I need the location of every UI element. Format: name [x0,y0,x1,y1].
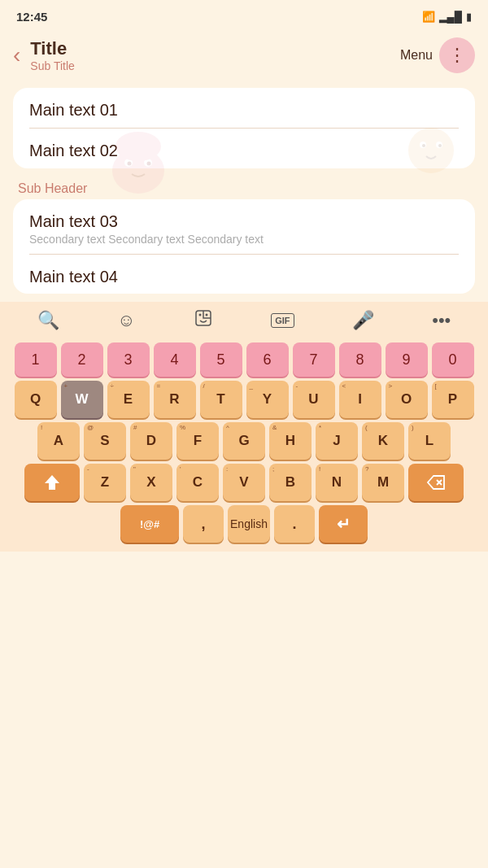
key-0[interactable]: 0 [432,342,474,377]
shift-icon [43,473,61,491]
wifi-icon: 📶 [422,11,435,23]
list-card-1: Main text 01 Main text 02 [13,88,475,168]
content-area: Main text 01 Main text 02 Sub Header Mai… [0,81,488,294]
list-item-2[interactable]: Main text 02 [29,129,459,168]
key-7[interactable]: 7 [293,342,335,377]
key-6[interactable]: 6 [246,342,289,377]
key-v[interactable]: :V [223,464,265,501]
key-5[interactable]: 5 [200,342,242,377]
key-w[interactable]: +W [61,381,103,418]
key-1[interactable]: 1 [15,342,57,377]
search-toolbar-icon[interactable]: 🔍 [37,310,59,331]
key-y[interactable]: _Y [246,381,289,418]
app-title: Title [30,38,400,59]
shift-key[interactable] [24,464,80,501]
dots-icon: ⋮ [448,46,467,64]
key-f[interactable]: %F [176,422,219,460]
key-k[interactable]: (K [362,422,404,460]
key-z[interactable]: -Z [84,464,126,501]
status-bar: 12:45 📶 ▂▄█ ▮ [0,0,488,29]
battery-icon: ▮ [466,11,472,23]
list-card-2: Main text 03 Secondary text Secondary te… [13,199,475,294]
period-key[interactable]: . [274,505,315,543]
status-time: 12:45 [16,10,47,24]
main-text-1: Main text 01 [29,101,459,120]
key-3[interactable]: 3 [107,342,150,377]
key-2[interactable]: 2 [61,342,103,377]
gif-toolbar-icon[interactable]: GIF [271,313,294,328]
secondary-text-3: Secondary text Secondary text Secondary … [29,233,459,246]
key-b[interactable]: ;B [269,464,312,501]
key-4[interactable]: 4 [154,342,196,377]
sub-header: Sub Header [13,177,475,199]
mic-toolbar-icon[interactable]: 🎤 [352,310,374,331]
key-i[interactable]: <I [339,381,381,418]
enter-key[interactable]: ↵ [319,505,368,543]
svg-point-13 [205,314,207,316]
bottom-row: !@# , English . ↵ [5,505,483,543]
key-n[interactable]: !N [316,464,358,501]
comma-key[interactable]: , [183,505,224,543]
more-options-button[interactable]: ⋮ [439,37,475,73]
key-9[interactable]: 9 [386,342,428,377]
key-m[interactable]: ?M [362,464,404,501]
number-row: 1 2 3 4 5 6 7 8 9 0 [5,342,483,377]
key-u[interactable]: -U [293,381,335,418]
sticker-icon-svg [194,308,213,328]
key-x[interactable]: "X [130,464,172,501]
signal-icon: ▂▄█ [439,11,462,23]
backspace-icon [426,474,446,491]
status-icons: 📶 ▂▄█ ▮ [422,11,472,23]
title-group: Title Sub Title [30,38,400,72]
main-text-3: Main text 03 [29,212,459,231]
key-e[interactable]: ÷E [107,381,150,418]
key-l[interactable]: )L [408,422,451,460]
back-button[interactable]: ‹ [13,42,20,68]
symbols-key[interactable]: !@# [120,505,179,543]
list-item-3[interactable]: Main text 03 Secondary text Secondary te… [29,199,459,255]
main-text-4: Main text 04 [29,268,459,286]
zxcv-row: -Z "X 'C :V ;B !N ?M [5,464,483,501]
key-h[interactable]: &H [269,422,312,460]
key-s[interactable]: @S [84,422,126,460]
content-wrapper: Main text 01 Main text 02 Sub Header Mai… [0,81,488,302]
key-8[interactable]: 8 [339,342,381,377]
asdf-row: !A @S #D %F ^G &H *J (K )L [5,422,483,460]
space-key[interactable]: English [228,505,270,543]
key-o[interactable]: >O [386,381,428,418]
emoji-toolbar-icon[interactable]: ☺ [117,310,135,331]
key-d[interactable]: #D [130,422,172,460]
qwerty-row: Q +W ÷E =R /T _Y -U <I >O [P [5,381,483,418]
main-text-2: Main text 02 [29,142,459,160]
list-item-4[interactable]: Main text 04 [29,255,459,294]
menu-label[interactable]: Menu [400,48,433,63]
keyboard-toolbar: 🔍 ☺ GIF 🎤 ••• [0,302,488,339]
app-bar: ‹ Title Sub Title Menu ⋮ [0,29,488,81]
key-t[interactable]: /T [200,381,242,418]
key-a[interactable]: !A [37,422,80,460]
app-subtitle: Sub Title [30,59,400,72]
svg-marker-14 [45,475,59,490]
keyboard: 1 2 3 4 5 6 7 8 9 0 Q +W ÷E =R /T _Y -U … [0,339,488,552]
key-j[interactable]: *J [316,422,358,460]
svg-point-12 [198,314,201,316]
key-p[interactable]: [P [432,381,474,418]
list-item-1[interactable]: Main text 01 [29,88,459,129]
app-bar-right: Menu ⋮ [400,37,475,73]
backspace-key[interactable] [408,464,464,501]
key-g[interactable]: ^G [223,422,265,460]
key-q[interactable]: Q [15,381,57,418]
sticker-toolbar-icon[interactable] [194,308,213,333]
more-toolbar-icon[interactable]: ••• [432,310,451,331]
key-r[interactable]: =R [154,381,196,418]
key-c[interactable]: 'C [176,464,219,501]
